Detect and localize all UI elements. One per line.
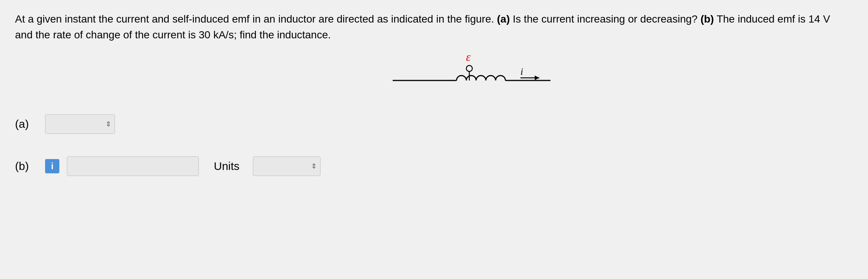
current-arrow-head xyxy=(535,76,539,80)
part-a-select-wrapper[interactable]: Increasing Decreasing xyxy=(45,114,115,134)
part-a-dropdown[interactable]: Increasing Decreasing xyxy=(45,114,115,134)
current-label: i xyxy=(520,66,523,77)
units-dropdown[interactable]: H mH μH xyxy=(253,156,321,176)
emf-symbol: ε xyxy=(466,50,471,64)
parts-container: (a) Increasing Decreasing (b) i Units H xyxy=(15,114,853,176)
part-b-label: (b) xyxy=(15,160,38,173)
problem-text-bold-b: (b) xyxy=(700,13,714,25)
info-badge: i xyxy=(45,159,59,173)
circuit-figure-container: ε i xyxy=(53,50,868,99)
terminal-circle xyxy=(466,65,472,71)
problem-text: At a given instant the current and self-… xyxy=(15,11,842,43)
part-a-row: (a) Increasing Decreasing xyxy=(15,114,853,134)
main-container: At a given instant the current and self-… xyxy=(0,0,868,187)
part-a-label: (a) xyxy=(15,118,38,130)
part-b-input[interactable] xyxy=(67,156,199,176)
problem-text-part2: Is the current increasing or decreasing? xyxy=(510,13,700,25)
units-label: Units xyxy=(214,160,239,173)
circuit-diagram: ε i xyxy=(393,50,550,99)
units-select-wrapper[interactable]: H mH μH xyxy=(253,156,321,176)
problem-text-bold-a: (a) xyxy=(497,13,510,25)
inductor-coil xyxy=(457,76,505,80)
part-b-row: (b) i Units H mH μH xyxy=(15,156,853,176)
problem-text-part1: At a given instant the current and self-… xyxy=(15,13,497,25)
